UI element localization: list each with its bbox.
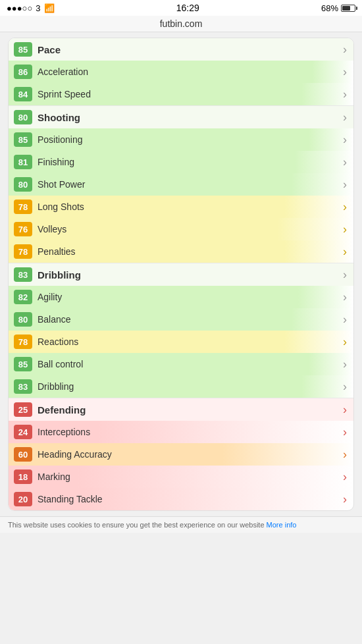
positioning-label: Positioning bbox=[38, 134, 340, 145]
volleys-chevron: › bbox=[343, 223, 347, 236]
status-bar: ●●●○○ 3 📶 16:29 68% bbox=[0, 0, 362, 16]
shooting-label: Shooting bbox=[38, 112, 340, 123]
marking-badge: 18 bbox=[14, 470, 32, 484]
signal-dots: ●●●○○ bbox=[7, 3, 32, 13]
acceleration-row: 86 Acceleration › bbox=[9, 61, 353, 83]
dribbling-stat-label: Dribbling bbox=[38, 381, 340, 392]
defending-header-label: Defending bbox=[38, 404, 340, 416]
ball-control-chevron: › bbox=[343, 358, 347, 371]
long-shots-badge: 78 bbox=[14, 200, 32, 214]
status-right: 68% bbox=[321, 3, 355, 13]
dribbling-header-badge: 83 bbox=[14, 267, 32, 282]
dribbling-header-label: Dribbling bbox=[38, 269, 340, 281]
domain-text: futbin.com bbox=[160, 18, 203, 29]
shot-power-chevron: › bbox=[343, 178, 347, 192]
positioning-chevron: › bbox=[343, 133, 347, 147]
balance-badge: 80 bbox=[14, 312, 32, 327]
penalties-row: 78 Penalties › bbox=[9, 240, 353, 263]
volleys-label: Volleys bbox=[38, 224, 340, 234]
interceptions-chevron: › bbox=[343, 425, 347, 439]
finishing-label: Finishing bbox=[38, 157, 340, 167]
agility-badge: 82 bbox=[14, 290, 32, 304]
cookie-text: This website uses cookies to ensure you … bbox=[8, 521, 265, 529]
volleys-badge: 76 bbox=[14, 222, 32, 236]
finishing-chevron: › bbox=[343, 155, 347, 169]
balance-chevron: › bbox=[343, 313, 347, 327]
defending-header-chevron: › bbox=[343, 403, 347, 417]
pace-badge: 85 bbox=[14, 42, 32, 57]
long-shots-label: Long Shots bbox=[38, 201, 340, 212]
positioning-row: 85 Positioning › bbox=[9, 128, 353, 151]
heading-accuracy-label: Heading Accuracy bbox=[38, 449, 340, 460]
stats-card: 85 Pace › 86 Acceleration › 84 Sprint Sp… bbox=[8, 38, 354, 511]
acceleration-label: Acceleration bbox=[38, 67, 340, 77]
heading-accuracy-badge: 60 bbox=[14, 447, 32, 462]
balance-label: Balance bbox=[38, 314, 340, 325]
shooting-group: 80 Shooting › 85 Positioning › 81 Finish… bbox=[9, 106, 353, 263]
battery-percent: 68% bbox=[321, 3, 338, 13]
dribbling-stat-chevron: › bbox=[343, 380, 347, 394]
finishing-badge: 81 bbox=[14, 155, 32, 169]
marking-label: Marking bbox=[38, 471, 340, 482]
interceptions-badge: 24 bbox=[14, 425, 32, 439]
domain-bar: futbin.com bbox=[0, 16, 362, 32]
penalties-chevron: › bbox=[343, 245, 347, 259]
time-display: 16:29 bbox=[176, 3, 199, 13]
standing-tackle-badge: 20 bbox=[14, 492, 32, 506]
status-left: ●●●○○ 3 📶 bbox=[7, 3, 55, 13]
cookie-link[interactable]: More info bbox=[267, 521, 297, 529]
standing-tackle-row: 20 Standing Tackle › bbox=[9, 488, 353, 510]
ball-control-row: 85 Ball control › bbox=[9, 353, 353, 375]
heading-accuracy-row: 60 Heading Accuracy › bbox=[9, 443, 353, 466]
defending-group: 25 Defending › 24 Interceptions › 60 Hea… bbox=[9, 398, 353, 510]
wifi-icon: 📶 bbox=[44, 3, 55, 13]
defending-header-row: 25 Defending › bbox=[9, 398, 353, 421]
sprint-speed-row: 84 Sprint Speed › bbox=[9, 83, 353, 105]
agility-chevron: › bbox=[343, 290, 347, 304]
reactions-label: Reactions bbox=[38, 336, 340, 347]
finishing-row: 81 Finishing › bbox=[9, 151, 353, 173]
ball-control-badge: 85 bbox=[14, 357, 32, 371]
shot-power-row: 80 Shot Power › bbox=[9, 173, 353, 196]
pace-label: Pace bbox=[38, 44, 340, 55]
pace-group: 85 Pace › 86 Acceleration › 84 Sprint Sp… bbox=[9, 38, 353, 106]
reactions-chevron: › bbox=[343, 335, 347, 349]
acceleration-badge: 86 bbox=[14, 65, 32, 79]
interceptions-label: Interceptions bbox=[38, 427, 340, 437]
volleys-row: 76 Volleys › bbox=[9, 218, 353, 240]
interceptions-row: 24 Interceptions › bbox=[9, 421, 353, 443]
dribbling-stat-badge: 83 bbox=[14, 379, 32, 394]
sprint-speed-label: Sprint Speed bbox=[38, 89, 340, 99]
dribbling-header-row: 83 Dribbling › bbox=[9, 263, 353, 286]
agility-label: Agility bbox=[38, 292, 340, 302]
reactions-badge: 78 bbox=[14, 335, 32, 349]
marking-row: 18 Marking › bbox=[9, 466, 353, 488]
dribbling-stat-row: 83 Dribbling › bbox=[9, 375, 353, 398]
dribbling-group: 83 Dribbling › 82 Agility › 80 Balance ›… bbox=[9, 263, 353, 398]
defending-header-badge: 25 bbox=[14, 402, 32, 417]
shot-power-badge: 80 bbox=[14, 177, 32, 192]
ball-control-label: Ball control bbox=[38, 359, 340, 369]
standing-tackle-chevron: › bbox=[343, 493, 347, 506]
agility-row: 82 Agility › bbox=[9, 286, 353, 308]
shooting-header-row: 80 Shooting › bbox=[9, 106, 353, 128]
penalties-label: Penalties bbox=[38, 246, 340, 257]
penalties-badge: 78 bbox=[14, 244, 32, 259]
reactions-row: 78 Reactions › bbox=[9, 331, 353, 353]
shot-power-label: Shot Power bbox=[38, 179, 340, 190]
standing-tackle-label: Standing Tackle bbox=[38, 494, 340, 504]
acceleration-chevron: › bbox=[343, 65, 347, 79]
long-shots-chevron: › bbox=[343, 200, 347, 214]
battery-icon bbox=[341, 5, 355, 12]
marking-chevron: › bbox=[343, 470, 347, 484]
heading-accuracy-chevron: › bbox=[343, 448, 347, 462]
positioning-badge: 85 bbox=[14, 132, 32, 147]
sprint-speed-chevron: › bbox=[343, 88, 347, 101]
long-shots-row: 78 Long Shots › bbox=[9, 196, 353, 218]
shooting-badge: 80 bbox=[14, 110, 32, 124]
shooting-chevron: › bbox=[343, 111, 347, 124]
dribbling-header-chevron: › bbox=[343, 268, 347, 282]
pace-chevron: › bbox=[343, 43, 347, 57]
sprint-speed-badge: 84 bbox=[14, 87, 32, 101]
balance-row: 80 Balance › bbox=[9, 308, 353, 331]
